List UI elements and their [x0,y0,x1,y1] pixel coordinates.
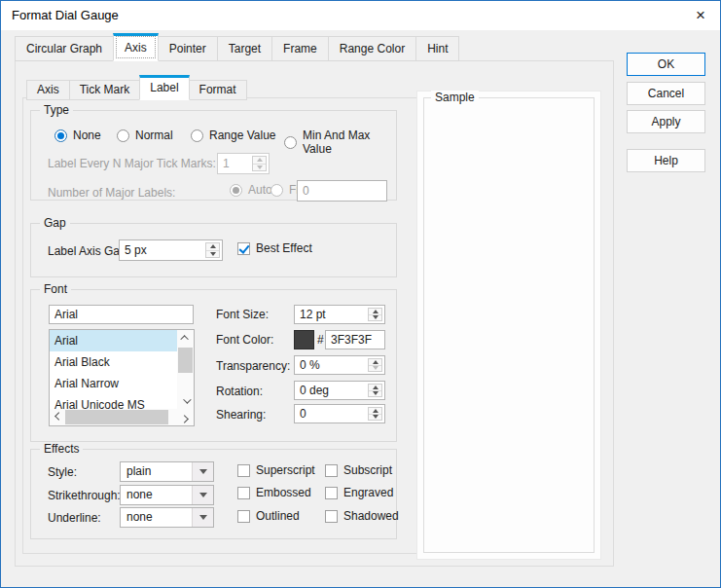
gap-group-legend: Gap [40,216,70,230]
spin-down-icon[interactable] [206,251,219,258]
ok-button[interactable]: OK [627,53,705,76]
close-icon[interactable]: × [691,6,710,25]
checkbox-icon [237,487,250,499]
help-button[interactable]: Help [627,149,705,172]
effects-group-legend: Effects [40,442,83,456]
cancel-button[interactable]: Cancel [627,82,705,105]
spinner-buttons [205,242,220,258]
subtab-label[interactable]: Label [139,75,189,100]
font-list-item[interactable]: Arial Black [50,351,177,373]
radio-selected-icon [54,129,67,142]
font-size-input[interactable] [295,306,366,323]
best-effect-checkbox[interactable]: Best Effect [237,241,312,255]
font-color-label: Font Color: [216,332,273,348]
font-size-spinner[interactable] [294,305,385,324]
subtab-tick-mark[interactable]: Tick Mark [69,80,141,100]
font-name-field[interactable] [49,305,194,324]
spin-down-icon[interactable] [369,315,381,321]
font-list-item[interactable]: Arial Narrow [50,373,177,394]
shadowed-checkbox[interactable]: Shadowed [325,509,399,523]
font-color-hex-input[interactable] [326,331,384,349]
scroll-up-icon[interactable] [177,330,194,346]
spin-down-icon[interactable] [369,366,381,372]
tab-circular-graph[interactable]: Circular Graph [15,36,114,61]
spin-up-icon[interactable] [206,243,219,251]
strikethrough-label: Strikethrough: [48,488,121,503]
font-list: Arial Arial Black Arial Narrow Arial Uni… [49,329,195,426]
sub-tab-bar: Axis Tick Mark Label Format [26,75,246,100]
radio-range-value[interactable]: Range Value [191,129,276,142]
horizontal-scrollbar[interactable] [50,409,194,425]
subtab-axis[interactable]: Axis [26,80,70,100]
main-tab-bar: Circular Graph Axis Pointer Target Frame… [15,33,458,61]
radio-label: None [73,129,101,142]
scroll-right-icon[interactable] [178,409,194,425]
embossed-checkbox[interactable]: Embossed [237,486,311,499]
vertical-scrollbar-thumb[interactable] [178,348,193,373]
style-dropdown[interactable]: plain [120,461,214,482]
shearing-input[interactable] [295,405,366,423]
radio-disabled-selected-icon [230,184,242,197]
checkbox-label: Subscript [343,463,392,477]
font-name-input[interactable] [50,306,193,323]
shearing-spinner[interactable] [294,404,385,423]
font-color-hex-field[interactable] [325,330,385,349]
underline-label: Underline: [48,510,101,526]
engraved-checkbox[interactable]: Engraved [325,486,393,499]
tab-target[interactable]: Target [217,36,272,61]
radio-auto: Auto [230,183,272,197]
outlined-checkbox[interactable]: Outlined [237,509,300,523]
type-group-legend: Type [40,103,73,117]
font-color-swatch[interactable] [294,330,314,349]
tab-axis[interactable]: Axis [113,33,159,61]
radio-none[interactable]: None [54,129,101,142]
style-label: Style: [48,464,77,480]
label-every-n-input [218,154,250,173]
font-group-legend: Font [40,282,71,296]
font-list-item[interactable]: Arial Unicode MS [50,394,177,409]
strikethrough-dropdown[interactable]: none [120,485,214,505]
label-every-n-label: Label Every N Major Tick Marks: [48,156,216,171]
dropdown-value: none [126,486,153,504]
vertical-scrollbar[interactable] [177,330,194,409]
scroll-left-icon[interactable] [50,409,65,425]
horizontal-scrollbar-thumb[interactable] [65,410,168,424]
transparency-input[interactable] [295,356,366,374]
rotation-input[interactable] [295,382,366,399]
dropdown-arrow-icon[interactable] [192,508,213,527]
format-dial-gauge-dialog: Format Dial Gauge × Circular Graph Axis … [0,0,721,588]
checkbox-label: Embossed [256,486,311,499]
superscript-checkbox[interactable]: Superscript [237,463,315,477]
tab-range-color[interactable]: Range Color [328,36,416,61]
rotation-spinner[interactable] [294,381,385,400]
tab-frame[interactable]: Frame [271,36,329,61]
checkbox-icon [325,487,338,499]
label-axis-gap-spinner[interactable] [119,239,223,261]
radio-min-max-value[interactable]: Min And Max Value [284,129,396,156]
scroll-down-icon[interactable] [177,393,194,409]
subscript-checkbox[interactable]: Subscript [325,463,392,477]
tab-pointer[interactable]: Pointer [158,36,218,61]
font-group: Font Arial Arial Black Arial Narrow Aria… [30,289,397,442]
dropdown-value: plain [126,462,151,481]
rotation-label: Rotation: [216,384,263,399]
tab-hint[interactable]: Hint [415,36,459,61]
label-axis-gap-input[interactable] [120,240,203,260]
font-list-items: Arial Arial Black Arial Narrow Arial Uni… [50,330,177,409]
underline-dropdown[interactable]: none [120,507,214,528]
label-every-n-spinner [217,153,270,174]
subtab-format[interactable]: Format [189,80,247,100]
apply-button[interactable]: Apply [627,110,705,133]
window-title: Format Dial Gauge [12,8,119,22]
spin-down-icon[interactable] [369,415,381,421]
spin-down-icon[interactable] [369,391,381,397]
checkbox-icon [237,510,250,523]
spinner-buttons [368,358,382,372]
dropdown-arrow-icon[interactable] [192,462,213,481]
transparency-spinner[interactable] [294,355,385,375]
font-list-item-selected[interactable]: Arial [50,330,177,351]
titlebar[interactable]: Format Dial Gauge × [1,1,720,30]
dropdown-arrow-icon[interactable] [192,486,213,504]
checkbox-label: Superscript [256,463,315,477]
radio-normal[interactable]: Normal [117,129,173,142]
